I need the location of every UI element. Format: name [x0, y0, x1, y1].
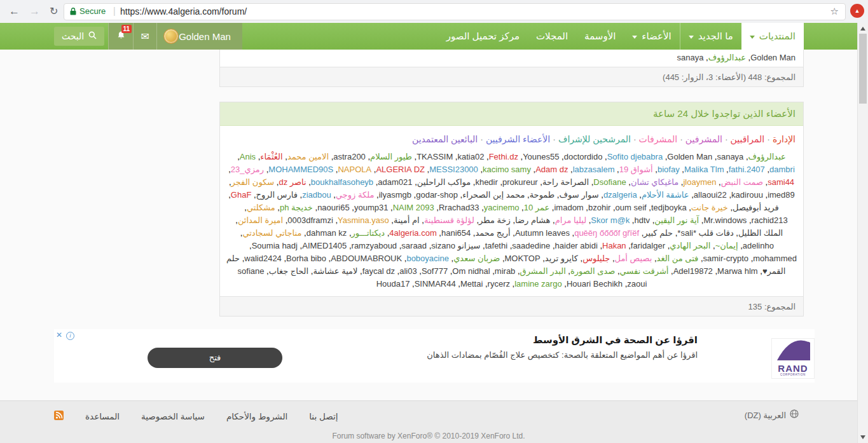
group-link[interactable]: المرشحين للإشراف: [558, 134, 631, 144]
member-link[interactable]: sanaya: [717, 152, 743, 161]
rss-icon[interactable]: [54, 411, 64, 423]
member-link[interactable]: saadedine: [512, 241, 550, 250]
member-link[interactable]: Sofito djebabra: [607, 152, 663, 161]
footer-link-terms[interactable]: الشروط والأحكام: [226, 411, 287, 421]
member-link[interactable]: Dsofiane: [593, 177, 626, 187]
member-link[interactable]: Younes55: [523, 152, 559, 161]
member-link[interactable]: لؤلؤة قسنطينة: [424, 215, 474, 225]
scrollbar-thumb[interactable]: [859, 34, 867, 104]
member-link[interactable]: عبدالرؤوف: [748, 152, 786, 161]
member-link[interactable]: NAPOLA: [338, 165, 371, 174]
member-link[interactable]: مشكلتي: [247, 203, 275, 212]
member-link[interactable]: Soumia hadj: [252, 241, 298, 250]
member-link[interactable]: ABDOUMABROUK: [331, 254, 402, 263]
scroll-up-icon[interactable]: [860, 27, 865, 31]
member-link[interactable]: ليليا مرام: [555, 215, 586, 225]
member-link[interactable]: oum seif: [616, 203, 647, 212]
member-link[interactable]: Sof777: [422, 266, 448, 276]
member-link[interactable]: ام أمينة: [394, 215, 420, 225]
member-link[interactable]: العُثْمَاء: [260, 152, 282, 161]
member-link[interactable]: bzohir: [588, 203, 610, 212]
member-link[interactable]: sanaya: [677, 53, 704, 62]
member-link[interactable]: rachid213: [752, 215, 788, 225]
member-link[interactable]: الصراحة راحة: [542, 177, 589, 187]
url-text[interactable]: https://www.4algeria.com/forum/: [120, 6, 247, 17]
member-link[interactable]: 4algeria.com: [389, 228, 436, 238]
member-link[interactable]: biofay: [658, 165, 680, 174]
member-link[interactable]: MESSI23000: [429, 165, 478, 174]
member-link[interactable]: Anis: [240, 152, 256, 161]
member-link[interactable]: labzasalem: [573, 165, 615, 174]
member-link[interactable]: فارس الروح: [256, 190, 298, 200]
member-link[interactable]: Marwa hlm: [717, 266, 758, 276]
member-link[interactable]: hani654: [441, 228, 471, 238]
member-link[interactable]: Adel19872: [673, 266, 713, 276]
nav-tab-magazines[interactable]: المجلات: [528, 23, 576, 50]
footer-link-contact[interactable]: إتصل بنا: [309, 411, 338, 421]
member-link[interactable]: مناجاتي لسجادتي: [242, 228, 301, 238]
member-link[interactable]: ضربان سعدي: [453, 254, 500, 263]
member-link[interactable]: Yasmina.yaso: [338, 215, 389, 225]
member-link[interactable]: طيور السلام: [370, 152, 412, 161]
member-link[interactable]: Malika Tlm: [684, 165, 724, 174]
member-link[interactable]: tafethi: [485, 241, 507, 250]
group-link[interactable]: الأعضاء الشرفيين: [486, 134, 550, 144]
scroll-down-icon[interactable]: [860, 435, 865, 439]
member-link[interactable]: imed89: [768, 190, 795, 200]
member-link[interactable]: سكون الفجر: [231, 177, 275, 187]
inbox-button[interactable]: ✉: [133, 23, 156, 50]
member-link[interactable]: ديكتاتـــور: [352, 228, 385, 238]
member-link[interactable]: tedjboyka: [651, 203, 687, 212]
group-link[interactable]: المشرفات: [639, 134, 678, 144]
member-link[interactable]: فتى من الغد: [657, 254, 699, 263]
member-link[interactable]: لامية عشاشة: [313, 266, 357, 276]
member-link[interactable]: GhaF: [231, 190, 252, 200]
member-link[interactable]: Adam dz: [535, 165, 568, 174]
member-link[interactable]: walid2424: [244, 254, 282, 263]
member-link[interactable]: آية نور اليقين: [654, 215, 699, 225]
scrollbar[interactable]: [857, 23, 868, 443]
member-link[interactable]: doctordido: [564, 152, 603, 161]
footer-link-privacy[interactable]: سياسة الخصوصية: [141, 411, 205, 421]
member-link[interactable]: Golden Man: [667, 152, 712, 161]
member-link[interactable]: الحاج جغاب: [269, 266, 308, 276]
member-link[interactable]: SINMAR44: [415, 279, 456, 289]
reload-icon[interactable]: ↻: [50, 4, 58, 18]
member-link[interactable]: Golden Man: [750, 53, 796, 62]
member-link[interactable]: imadom: [554, 203, 583, 212]
footer-link-help[interactable]: المساعدة: [85, 411, 120, 421]
member-link[interactable]: katia02: [457, 152, 484, 161]
member-link[interactable]: اميرة المدائن: [238, 215, 283, 225]
nav-tab-medals[interactable]: الأوسمة: [576, 23, 624, 50]
member-link[interactable]: صمت النبض: [721, 177, 763, 187]
member-link[interactable]: فريد أبوفيصل: [733, 203, 779, 212]
member-link[interactable]: 0003dframzi: [287, 215, 333, 225]
nav-tab-whats-new[interactable]: ما الجديد: [680, 23, 741, 50]
member-link[interactable]: fathi.2407: [729, 165, 765, 174]
member-link[interactable]: Borha bibo: [286, 254, 326, 263]
member-link[interactable]: الامين محمد: [287, 152, 329, 161]
member-link[interactable]: kacimo samy: [483, 165, 531, 174]
member-link[interactable]: البدر المشرق: [520, 266, 566, 276]
member-link[interactable]: mirab: [495, 266, 516, 276]
member-link[interactable]: جليلوس: [582, 254, 610, 263]
member-link[interactable]: صدى الصورة: [570, 266, 615, 276]
member-link[interactable]: yacinemo: [484, 203, 520, 212]
member-link[interactable]: TKASSIM: [417, 152, 453, 161]
member-link[interactable]: إيمان~: [715, 241, 738, 250]
group-link[interactable]: الإدارة: [773, 134, 796, 144]
member-link[interactable]: samir-crypto: [703, 254, 749, 263]
member-link[interactable]: jloaymen: [683, 177, 716, 187]
member-link[interactable]: faycal dz: [362, 266, 395, 276]
member-link[interactable]: خيرة جانت: [691, 203, 728, 212]
member-link[interactable]: khedir: [475, 177, 497, 187]
member-link[interactable]: ملكة زوجي: [336, 190, 374, 200]
member-link[interactable]: MOKTOP: [505, 254, 541, 263]
member-link[interactable]: عاشقة الأحلام: [642, 190, 689, 200]
member-link[interactable]: ماغيكاي تشان: [631, 177, 679, 187]
ad-close-icon[interactable]: ✕: [56, 331, 62, 339]
member-link[interactable]: حلم كبير: [644, 228, 673, 238]
member-link[interactable]: hdtv: [634, 215, 650, 225]
member-link[interactable]: allaoui22: [694, 190, 727, 200]
ad-info-icon[interactable]: i: [66, 332, 74, 340]
